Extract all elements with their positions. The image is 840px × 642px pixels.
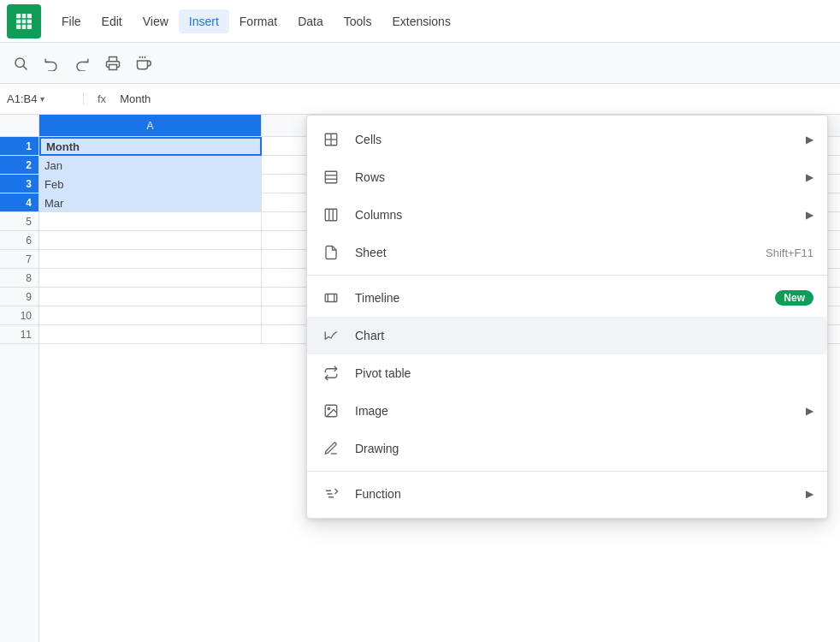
timeline-icon bbox=[321, 288, 341, 308]
divider-1 bbox=[307, 275, 827, 276]
redo-button[interactable] bbox=[68, 50, 96, 77]
pivot-label: Pivot table bbox=[355, 366, 813, 380]
chart-label: Chart bbox=[355, 329, 813, 342]
menu-item-function[interactable]: Function ▶ bbox=[307, 475, 827, 513]
row-num-7[interactable]: 7 bbox=[0, 250, 38, 269]
svg-point-25 bbox=[328, 407, 329, 409]
format-paint-button[interactable] bbox=[130, 50, 157, 77]
menu-item-columns[interactable]: Columns ▶ bbox=[307, 196, 827, 234]
spreadsheet-area: 1 2 3 4 5 6 7 8 9 10 11 A Month Jan Feb … bbox=[0, 115, 840, 642]
columns-icon bbox=[321, 205, 341, 225]
timeline-label: Timeline bbox=[355, 291, 775, 305]
cell-reference: A1:B4 bbox=[7, 92, 37, 105]
rows-arrow-icon: ▶ bbox=[806, 171, 813, 183]
toolbar bbox=[0, 43, 840, 84]
cell-a1[interactable]: Month bbox=[39, 137, 262, 156]
menu-item-cells[interactable]: Cells ▶ bbox=[307, 121, 827, 158]
formula-bar: A1:B4 ▾ fx Month bbox=[0, 84, 840, 115]
cell-a3[interactable]: Feb bbox=[39, 175, 262, 193]
svg-rect-14 bbox=[325, 171, 337, 183]
menu-file[interactable]: File bbox=[51, 9, 92, 33]
cell-a8[interactable] bbox=[39, 269, 262, 288]
new-badge: New bbox=[775, 290, 813, 306]
menu-item-rows[interactable]: Rows ▶ bbox=[307, 158, 827, 196]
sheet-label: Sheet bbox=[355, 246, 766, 259]
menu-item-drawing[interactable]: Drawing bbox=[307, 430, 827, 467]
chart-icon bbox=[321, 325, 341, 346]
menu-extensions[interactable]: Extensions bbox=[382, 9, 460, 33]
function-icon bbox=[321, 484, 341, 504]
cell-a11[interactable] bbox=[39, 325, 262, 344]
function-arrow-icon: ▶ bbox=[806, 488, 813, 500]
row-num-6[interactable]: 6 bbox=[0, 231, 38, 250]
menu-edit[interactable]: Edit bbox=[92, 9, 133, 33]
columns-arrow-icon: ▶ bbox=[806, 209, 813, 221]
function-label: Function bbox=[355, 487, 799, 501]
cells-label: Cells bbox=[355, 133, 799, 146]
image-arrow-icon: ▶ bbox=[806, 405, 813, 417]
cell-a6[interactable] bbox=[39, 231, 262, 250]
menu-tools[interactable]: Tools bbox=[334, 9, 382, 33]
drawing-label: Drawing bbox=[355, 442, 813, 455]
col-header-a[interactable]: A bbox=[39, 115, 262, 136]
menu-data[interactable]: Data bbox=[287, 9, 334, 33]
svg-rect-20 bbox=[325, 294, 337, 302]
svg-point-5 bbox=[15, 58, 25, 68]
print-button[interactable] bbox=[99, 50, 127, 77]
rows-label: Rows bbox=[355, 170, 799, 184]
row-num-10[interactable]: 10 bbox=[0, 306, 38, 325]
row-num-4[interactable]: 4 bbox=[0, 193, 38, 212]
cell-a2[interactable]: Jan bbox=[39, 156, 262, 175]
menu-item-chart[interactable]: Chart bbox=[307, 317, 827, 354]
cell-ref-dropdown-icon: ▾ bbox=[40, 94, 44, 104]
row-num-2[interactable]: 2 bbox=[0, 156, 38, 175]
row-num-3[interactable]: 3 bbox=[0, 175, 38, 193]
cell-reference-box[interactable]: A1:B4 ▾ bbox=[7, 92, 84, 105]
cell-a7[interactable] bbox=[39, 250, 262, 269]
cells-arrow-icon: ▶ bbox=[806, 134, 813, 146]
svg-rect-7 bbox=[109, 64, 117, 69]
cell-a4[interactable]: Mar bbox=[39, 193, 262, 212]
drawing-icon bbox=[321, 438, 341, 459]
cell-a10[interactable] bbox=[39, 306, 262, 325]
divider-2 bbox=[307, 471, 827, 472]
cell-a5[interactable] bbox=[39, 212, 262, 231]
insert-dropdown-menu: Cells ▶ Rows ▶ Columns ▶ bbox=[306, 115, 828, 519]
fx-label: fx bbox=[91, 92, 113, 105]
row-num-11[interactable]: 11 bbox=[0, 325, 38, 344]
search-button[interactable] bbox=[7, 50, 34, 77]
menu-item-pivot[interactable]: Pivot table bbox=[307, 354, 827, 392]
svg-line-6 bbox=[23, 66, 27, 69]
pivot-icon bbox=[321, 363, 341, 383]
svg-rect-0 bbox=[16, 14, 32, 29]
row-num-9[interactable]: 9 bbox=[0, 288, 38, 306]
sheet-shortcut: Shift+F11 bbox=[766, 247, 813, 259]
menu-item-sheet[interactable]: Sheet Shift+F11 bbox=[307, 234, 827, 271]
image-label: Image bbox=[355, 404, 799, 418]
menu-format[interactable]: Format bbox=[229, 9, 287, 33]
row-num-1[interactable]: 1 bbox=[0, 137, 38, 156]
menu-bar: File Edit View Insert Format Data Tools … bbox=[0, 0, 840, 43]
row-numbers: 1 2 3 4 5 6 7 8 9 10 11 bbox=[0, 115, 39, 642]
sheet-icon bbox=[321, 242, 341, 263]
cell-a9[interactable] bbox=[39, 288, 262, 306]
menu-item-image[interactable]: Image ▶ bbox=[307, 392, 827, 430]
menu-view[interactable]: View bbox=[133, 9, 179, 33]
formula-value: Month bbox=[120, 92, 151, 105]
cells-icon bbox=[321, 129, 341, 150]
svg-rect-17 bbox=[325, 209, 337, 221]
columns-label: Columns bbox=[355, 208, 799, 222]
row-num-8[interactable]: 8 bbox=[0, 269, 38, 288]
row-num-header bbox=[0, 115, 38, 137]
menu-item-timeline[interactable]: Timeline New bbox=[307, 279, 827, 317]
menu-insert[interactable]: Insert bbox=[179, 9, 229, 33]
app-icon bbox=[7, 4, 41, 39]
rows-icon bbox=[321, 167, 341, 187]
row-num-5[interactable]: 5 bbox=[0, 212, 38, 231]
image-icon bbox=[321, 401, 341, 421]
undo-button[interactable] bbox=[38, 50, 65, 77]
